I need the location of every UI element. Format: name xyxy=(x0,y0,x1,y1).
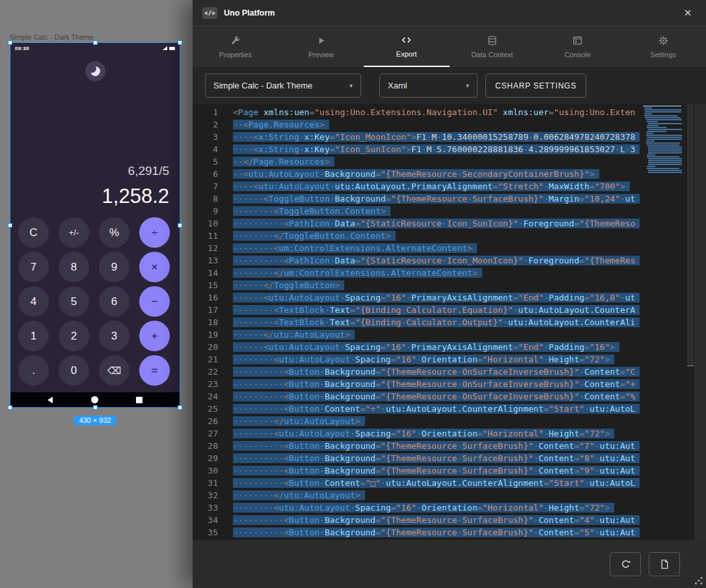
code-line-7[interactable]: 7····<utu:AutoLayout·utu:AutoLayout.Prim… xyxy=(193,180,641,193)
nav-back-icon[interactable] xyxy=(48,397,53,403)
selection-handle[interactable] xyxy=(93,405,98,410)
calc-key-9[interactable]: 9 xyxy=(99,252,129,282)
calc-key-2[interactable]: 2 xyxy=(59,321,89,351)
theme-toggle-button[interactable] xyxy=(85,61,105,81)
selection-handle[interactable] xyxy=(178,405,182,410)
tab-properties[interactable]: Properties xyxy=(193,26,278,67)
minimap-line xyxy=(648,150,682,152)
calc-key-6[interactable]: 6 xyxy=(99,286,129,317)
minimap[interactable] xyxy=(641,105,686,540)
code-line-11[interactable]: 11········</ToggleButton.Content> xyxy=(193,230,641,242)
tab-export[interactable]: Export xyxy=(364,26,450,67)
code-line-6[interactable]: 6··<utu:AutoLayout·Background="{ThemeRes… xyxy=(193,168,641,180)
code-line-13[interactable]: 13··········<PathIcon·Data="{StaticResou… xyxy=(193,254,641,267)
code-text: ········</utu:AutoLayout> xyxy=(233,489,365,501)
status-icons xyxy=(163,46,175,50)
nav-home-icon[interactable] xyxy=(91,396,98,403)
calc-key-−[interactable]: − xyxy=(139,286,170,317)
code-line-15[interactable]: 15······</ToggleButton> xyxy=(193,279,641,291)
scrollbar-thumb[interactable] xyxy=(687,104,694,366)
code-line-26[interactable]: 26········</utu:AutoLayout> xyxy=(193,415,641,427)
code-line-27[interactable]: 27········<utu:AutoLayout·Spacing="16"·O… xyxy=(193,427,641,440)
tab-console[interactable]: Console xyxy=(535,26,621,67)
code-line-23[interactable]: 23··········<Button·Background="{ThemeRe… xyxy=(193,378,641,390)
code-line-24[interactable]: 24··········<Button·Background="{ThemeRe… xyxy=(193,390,641,403)
code-line-18[interactable]: 18········<TextBlock·Text="{Binding·Calc… xyxy=(193,316,641,328)
line-number: 8 xyxy=(193,193,233,205)
selection-handle[interactable] xyxy=(8,405,12,410)
artboard-label[interactable]: Simple Calc - Dark Theme xyxy=(10,33,94,41)
code-line-22[interactable]: 22··········<Button·Background="{ThemeRe… xyxy=(193,366,641,378)
calc-key-÷[interactable]: ÷ xyxy=(139,217,170,248)
selection-handle[interactable] xyxy=(8,223,12,228)
code-line-34[interactable]: 34··········<Button·Background="{ThemeRe… xyxy=(193,514,641,526)
selection-handle[interactable] xyxy=(178,40,182,45)
code-line-12[interactable]: 12········<um:ControlExtensions.Alternat… xyxy=(193,242,641,254)
tab-preview[interactable]: Preview xyxy=(278,26,364,67)
code-line-30[interactable]: 30··········<Button·Background="{ThemeRe… xyxy=(193,464,641,477)
code-line-20[interactable]: 20······<utu:AutoLayout·Spacing="16"·Pri… xyxy=(193,341,641,353)
code-area[interactable]: 1<Page xmlns:uen="using:Uno.Extensions.N… xyxy=(193,104,641,540)
minimap-line xyxy=(647,131,666,132)
calc-key-.[interactable]: . xyxy=(18,355,49,386)
code-line-8[interactable]: 8······<ToggleButton·Background="{ThemeR… xyxy=(193,193,641,205)
minimap-line xyxy=(644,113,653,114)
code-line-3[interactable]: 3····<x:String·x:Key="Icon_MoonIcon">F1·… xyxy=(193,131,641,143)
line-number: 13 xyxy=(193,254,233,267)
code-line-4[interactable]: 4····<x:String·x:Key="Icon_SunIcon">F1·M… xyxy=(193,143,641,155)
code-line-19[interactable]: 19······</utu:AutoLayout> xyxy=(193,328,641,341)
code-line-5[interactable]: 5··</Page.Resources> xyxy=(193,155,641,168)
calc-key-1[interactable]: 1 xyxy=(18,321,49,351)
export-file-button[interactable] xyxy=(649,552,680,576)
code-line-2[interactable]: 2··<Page.Resources> xyxy=(193,118,641,131)
page-dropdown-value: Simple Calc - Dark Theme xyxy=(213,81,312,90)
selection-handle[interactable] xyxy=(178,223,182,228)
calc-key-C[interactable]: C xyxy=(18,217,49,248)
selection-handle[interactable] xyxy=(93,40,98,45)
calc-key-%[interactable]: % xyxy=(99,217,129,248)
calc-key-+[interactable]: + xyxy=(139,321,170,351)
tab-settings[interactable]: Settings xyxy=(621,26,706,67)
line-number: 7 xyxy=(193,180,233,193)
code-line-28[interactable]: 28··········<Button·Background="{ThemeRe… xyxy=(193,440,641,452)
calc-key-⌫[interactable]: ⌫ xyxy=(99,355,129,386)
calc-key-×[interactable]: × xyxy=(139,252,170,282)
calc-key-=[interactable]: = xyxy=(139,355,170,386)
calc-key-5[interactable]: 5 xyxy=(59,286,89,317)
code-line-17[interactable]: 17········<TextBlock·Text="{Binding·Calc… xyxy=(193,304,641,316)
calc-key-7[interactable]: 7 xyxy=(18,252,49,282)
tab-label: Console xyxy=(565,51,591,59)
calc-key-4[interactable]: 4 xyxy=(18,286,49,317)
code-line-35[interactable]: 35··········<Button·Background="{ThemeRe… xyxy=(193,526,641,539)
close-button[interactable]: ✕ xyxy=(679,7,696,19)
code-editor[interactable]: 1<Page xmlns:uen="using:Uno.Extensions.N… xyxy=(193,104,706,540)
calc-key-8[interactable]: 8 xyxy=(59,252,89,282)
code-line-31[interactable]: 31··········<Button·Content="□"·utu:Auto… xyxy=(193,477,641,489)
code-line-9[interactable]: 9········<ToggleButton.Content> xyxy=(193,205,641,217)
calc-key-3[interactable]: 3 xyxy=(99,321,129,351)
code-line-10[interactable]: 10··········<PathIcon·Data="{StaticResou… xyxy=(193,217,641,230)
format-dropdown[interactable]: Xaml ▾ xyxy=(379,74,478,98)
refresh-button[interactable] xyxy=(610,552,641,576)
code-line-29[interactable]: 29··········<Button·Background="{ThemeRe… xyxy=(193,452,641,464)
code-line-14[interactable]: 14········</um:ControlExtensions.Alterna… xyxy=(193,267,641,279)
tab-label: Export xyxy=(396,50,417,58)
code-line-16[interactable]: 16······<utu:AutoLayout·Spacing="16"·Pri… xyxy=(193,291,641,304)
line-number: 28 xyxy=(193,440,233,452)
resize-grip[interactable] xyxy=(694,576,703,585)
csharp-settings-button[interactable]: CSHARP SETTINGS xyxy=(485,74,586,98)
nav-recents-icon[interactable] xyxy=(136,397,143,403)
code-line-1[interactable]: 1<Page xmlns:uen="using:Uno.Extensions.N… xyxy=(193,106,641,118)
code-line-25[interactable]: 25··········<Button·Content="÷"·utu:Auto… xyxy=(193,403,641,415)
code-line-21[interactable]: 21········<utu:AutoLayout·Spacing="16"·O… xyxy=(193,353,641,366)
selection-handle[interactable] xyxy=(8,40,12,45)
phone-preview[interactable]: 09:30 6,291/5 1,258.2 C+/-%÷789×456−123+… xyxy=(10,43,180,407)
page-dropdown[interactable]: Simple Calc - Dark Theme ▾ xyxy=(205,74,361,98)
tools-icon xyxy=(230,35,241,46)
vertical-scrollbar[interactable] xyxy=(686,104,694,540)
calc-key-0[interactable]: 0 xyxy=(59,355,89,386)
code-line-33[interactable]: 33········<utu:AutoLayout·Spacing="16"·O… xyxy=(193,501,641,514)
tab-data-context[interactable]: Data Context xyxy=(450,26,536,67)
code-line-32[interactable]: 32········</utu:AutoLayout> xyxy=(193,489,641,501)
calc-key-+/-[interactable]: +/- xyxy=(59,217,89,248)
